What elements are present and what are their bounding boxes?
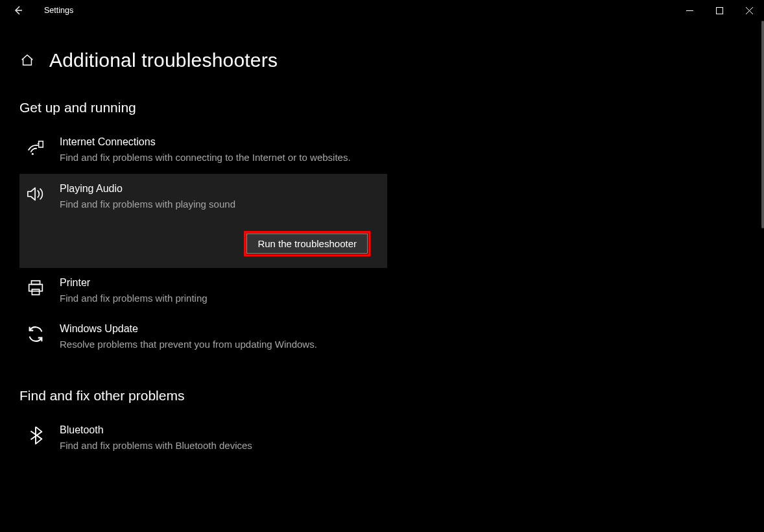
section-heading-getup: Get up and running xyxy=(19,100,389,115)
svg-rect-0 xyxy=(716,7,722,14)
item-desc: Find and fix problems with printing xyxy=(60,291,377,306)
page-title: Additional troubleshooters xyxy=(49,49,278,71)
titlebar: Settings xyxy=(0,0,764,21)
troubleshooter-item-printer[interactable]: Printer Find and fix problems with print… xyxy=(19,268,387,315)
item-desc: Resolve problems that prevent you from u… xyxy=(60,337,377,352)
window-controls xyxy=(674,0,764,21)
page-header: Additional troubleshooters xyxy=(0,21,764,71)
sync-icon xyxy=(23,323,48,352)
item-desc: Find and fix problems with connecting to… xyxy=(60,151,377,165)
run-troubleshooter-button[interactable]: Run the troubleshooter xyxy=(246,234,368,254)
svg-rect-6 xyxy=(32,289,39,294)
run-button-highlight: Run the troubleshooter xyxy=(244,231,370,256)
app-title: Settings xyxy=(44,6,73,15)
minimize-button[interactable] xyxy=(674,0,704,21)
svg-point-1 xyxy=(32,153,34,155)
item-title: Internet Connections xyxy=(60,136,377,148)
troubleshooter-item-internet[interactable]: Internet Connections Find and fix proble… xyxy=(19,127,387,174)
item-desc: Find and fix problems with Bluetooth dev… xyxy=(60,439,377,453)
maximize-icon xyxy=(716,7,723,14)
printer-icon xyxy=(23,277,48,306)
svg-rect-2 xyxy=(39,141,43,147)
troubleshooter-item-audio[interactable]: Playing Audio Find and fix problems with… xyxy=(19,174,387,268)
item-desc: Find and fix problems with playing sound xyxy=(60,197,377,212)
svg-rect-5 xyxy=(29,284,43,291)
close-button[interactable] xyxy=(734,0,764,21)
item-title: Playing Audio xyxy=(60,183,377,195)
wifi-icon xyxy=(23,136,48,165)
home-button[interactable] xyxy=(19,53,35,68)
speaker-icon xyxy=(23,183,48,212)
close-icon xyxy=(746,7,753,14)
content-area: Get up and running Internet Connections … xyxy=(0,71,389,462)
troubleshooter-item-update[interactable]: Windows Update Resolve problems that pre… xyxy=(19,314,387,361)
home-icon xyxy=(20,53,34,67)
section-heading-other: Find and fix other problems xyxy=(19,388,389,404)
scrollbar[interactable] xyxy=(761,21,764,228)
back-button[interactable] xyxy=(5,0,31,21)
item-title: Printer xyxy=(60,277,377,289)
troubleshooter-item-bluetooth[interactable]: Bluetooth Find and fix problems with Blu… xyxy=(19,415,387,462)
item-title: Bluetooth xyxy=(60,424,377,436)
minimize-icon xyxy=(686,7,693,14)
item-title: Windows Update xyxy=(60,323,377,335)
arrow-left-icon xyxy=(13,5,23,16)
bluetooth-icon xyxy=(23,424,48,453)
maximize-button[interactable] xyxy=(704,0,734,21)
